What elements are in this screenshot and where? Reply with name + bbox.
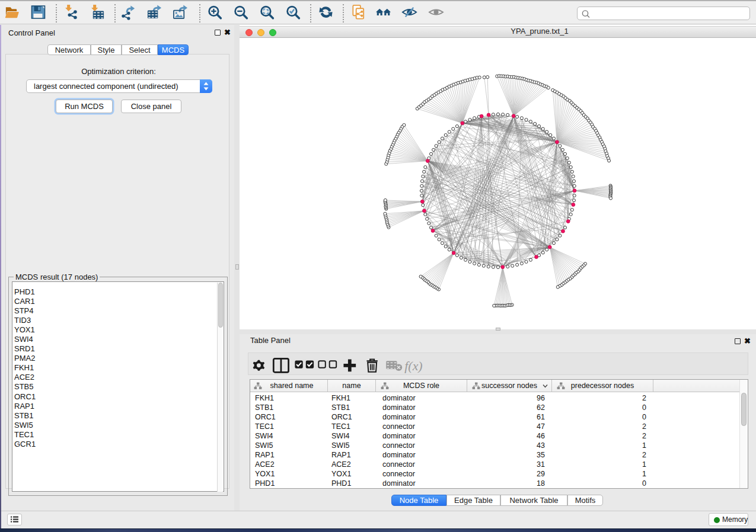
svg-text:f(x): f(x) xyxy=(404,359,422,373)
